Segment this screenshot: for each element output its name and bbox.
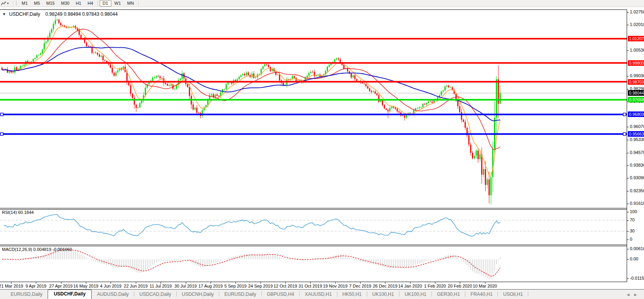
timeframe-button-h4[interactable]: H4 [84, 0, 96, 7]
date-label: 1 Feb 2020 [424, 284, 446, 288]
axis-tick [627, 50, 629, 51]
chart-tab-audusd-daily[interactable]: AUDUSD,Daily [92, 290, 134, 299]
axis-tick [627, 240, 629, 240]
axis-tick [627, 12, 629, 13]
cursor-tool-icon[interactable] [0, 0, 7, 6]
hline-anchor-handle[interactable] [0, 113, 3, 116]
chart-tab-usdcnh-daily[interactable]: USDCNH,Daily [177, 290, 219, 299]
axis-tick [627, 140, 629, 140]
macd-tick-label: 0.006167 [630, 246, 644, 251]
chart-tab-usdcad-daily[interactable]: USDCAD,Daily [134, 290, 176, 299]
chart-tab-xauusd-h1[interactable]: XAUUSD,H1 [300, 290, 337, 299]
chart-tab-fra40-h1[interactable]: FRA40,H1 [465, 290, 498, 299]
date-label: 31 Oct 2019 [298, 284, 322, 288]
toolbar-grip-handle[interactable] [16, 1, 17, 6]
axis-tick [627, 191, 629, 191]
date-label: 12 Oct 2019 [274, 284, 297, 288]
timeframe-button-m30[interactable]: M30 [58, 0, 72, 7]
toolbar-separator [138, 1, 139, 6]
axis-tick [627, 25, 629, 25]
macd-tick-label: -0.01153 [630, 276, 644, 280]
price-tick-label: 0.93090 [630, 175, 644, 180]
price-tick-label: 0.94570 [630, 150, 644, 155]
date-label: 14 Jan 2020 [398, 284, 422, 288]
timeframe-toolbar: ▾ M1M5M15M30H1H4D1W1MN [0, 0, 644, 7]
date-label: 7 Dec 2019 [349, 284, 371, 288]
moving-average-fast [2, 26, 500, 176]
rsi-panel-bottom-border[interactable] [0, 245, 628, 245]
macd-tick-label: 0.00 [630, 256, 638, 261]
current-price-label: 0.98044 [628, 90, 644, 96]
price-tick-label: 0.95330 [630, 137, 644, 142]
axis-tick [627, 279, 629, 279]
rsi-line [4, 214, 500, 236]
date-label: 9 Apr 2019 [26, 284, 46, 288]
chart-title: ▼ USDCHF,Daily 0.98249 0.98494 0.97843 0… [2, 11, 118, 17]
macd-indicator-label: MACD(12,26,9) 0.004819 -0.001060 [2, 247, 72, 252]
hline-price-label: 0.98703 [628, 79, 644, 85]
chart-tab-eurusd-daily[interactable]: EURUSD,Daily [6, 290, 48, 299]
hline-price-label: 0.96803 [628, 111, 644, 117]
rsi-indicator-label: RSI(14) 60.1844 [2, 210, 34, 215]
chart-tab-uk100-h1[interactable]: UK100,H1 [367, 290, 399, 299]
macd-plot[interactable] [0, 246, 627, 282]
timeframe-button-mn[interactable]: MN [124, 0, 137, 7]
toolbar-separator [98, 1, 98, 6]
date-label: 20 Feb 2020 [448, 284, 472, 288]
price-axis[interactable]: 1.027501.020101.005300.990300.982900.975… [627, 9, 644, 282]
chart-collapse-icon[interactable]: ▼ [2, 12, 6, 16]
chart-tab-ger30-h1[interactable]: GER30,H1 [432, 290, 465, 299]
hline-price-label: 0.97658 [628, 97, 644, 102]
hline-price-label: 0.95663 [628, 131, 644, 137]
tool-dropdown-arrow-icon[interactable]: ▾ [7, 2, 12, 5]
axis-tick [627, 231, 629, 232]
moving-average-slow [2, 47, 500, 121]
timeframe-button-m5[interactable]: M5 [31, 0, 43, 7]
tab-separator [528, 292, 528, 297]
date-label: 22 Jun 2019 [124, 284, 148, 288]
chart-tab-uk100-h1[interactable]: UK100,H1 [400, 290, 431, 299]
hline-anchor-handle[interactable] [623, 133, 626, 136]
macd-signal-line [2, 249, 500, 276]
date-label: 24 Sep 2019 [248, 284, 272, 288]
axis-tick [627, 249, 629, 249]
date-label: 16 May 2019 [73, 284, 98, 288]
date-label: 4 Jun 2019 [100, 284, 121, 288]
axis-tick [627, 212, 629, 212]
main-chart-plot[interactable] [0, 10, 627, 208]
timeframe-button-w1[interactable]: W1 [111, 0, 124, 7]
chart-tab-hk50-h1[interactable]: HK50,H1 [337, 290, 367, 299]
main-panel-bottom-border[interactable] [0, 208, 628, 208]
hline-anchor-handle[interactable] [0, 133, 3, 136]
chart-tab-bar: EURUSD,DailyUSDCHF,DailyAUDUSD,DailyUSDC… [0, 289, 644, 299]
timeframe-button-m15[interactable]: M15 [43, 0, 58, 7]
date-label: 19 Nov 2019 [323, 284, 347, 288]
tab-scroll-left-icon[interactable]: ◀ [627, 293, 634, 297]
axis-tick [627, 259, 629, 260]
chart-tab-usoil-h1[interactable]: USOil,H1 [498, 290, 528, 299]
cursor-tool-glyph [1, 1, 6, 6]
price-tick-label: 1.02750 [630, 9, 644, 14]
rsi-plot[interactable] [0, 210, 627, 245]
toolbar-separator [13, 1, 14, 6]
timeframe-button-h1[interactable]: H1 [72, 0, 84, 7]
chart-quote-ohlc: 0.98249 0.98494 0.97843 0.98044 [45, 11, 118, 17]
timeframe-button-m1[interactable]: M1 [19, 0, 31, 7]
price-tick-label: 0.93830 [630, 163, 644, 167]
tab-scroll-right-icon[interactable]: ▶ [634, 293, 642, 297]
chart-tab-gbpusd-h4[interactable]: GBPUSD,H4 [262, 290, 299, 299]
timeframe-button-d1[interactable]: D1 [100, 0, 111, 7]
chart-symbol-label: USDCHF,Daily [9, 11, 40, 17]
axis-tick [627, 178, 629, 178]
date-axis[interactable]: 21 Mar 20199 Apr 201927 Apr 201916 May 2… [0, 282, 627, 289]
hline-anchor-handle[interactable] [623, 113, 626, 116]
moving-average-mid [2, 29, 500, 150]
rsi-tick-label: 100 [630, 209, 637, 214]
trading-terminal-window: ▾ M1M5M15M30H1H4D1W1MN ▼ USDCHF,Daily 0.… [0, 0, 644, 299]
axis-tick [627, 127, 629, 127]
chart-tab-eurusd-daily[interactable]: EURUSD,Daily [219, 290, 261, 299]
rsi-tick-label: 70 [630, 217, 635, 222]
chart-tab-usdchf-daily[interactable]: USDCHF,Daily [48, 290, 92, 299]
axis-tick [627, 153, 629, 153]
price-tick-label: 1.00530 [630, 48, 644, 52]
